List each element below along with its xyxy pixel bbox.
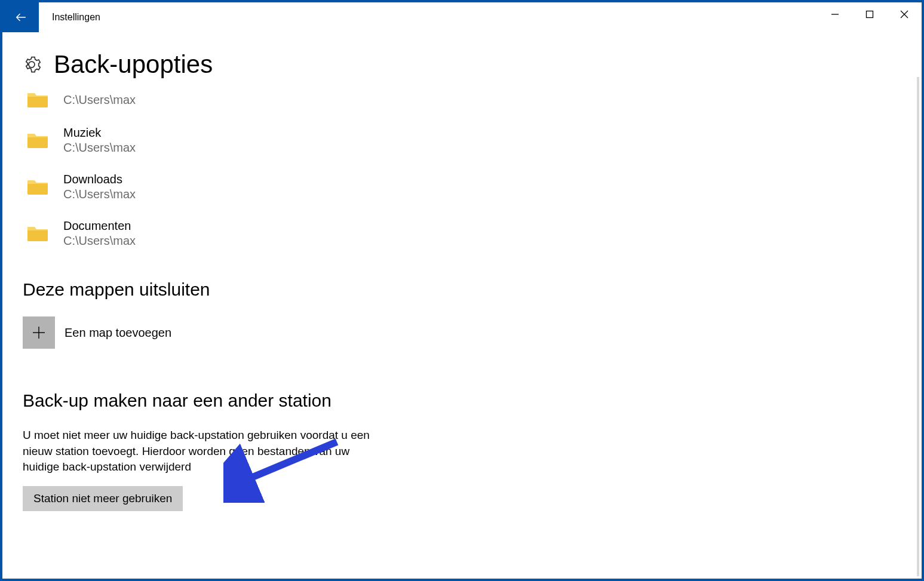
folder-item[interactable]: Muziek C:\Users\max xyxy=(26,117,901,164)
titlebar: Instellingen xyxy=(2,2,922,32)
folder-name: Documenten xyxy=(63,219,136,233)
folder-text: Downloads C:\Users\max xyxy=(63,172,136,202)
folder-item[interactable]: Documenten C:\Users\max xyxy=(26,210,901,257)
folder-icon xyxy=(26,225,49,242)
page-header: Back-upopties xyxy=(23,50,901,79)
folder-text: Documenten C:\Users\max xyxy=(63,219,136,248)
folder-icon xyxy=(26,131,49,149)
other-drive-heading: Back-up maken naar een ander station xyxy=(23,391,901,411)
add-folder-button[interactable]: Een map toevoegen xyxy=(23,316,901,349)
plus-icon-box xyxy=(23,316,55,349)
gear-icon xyxy=(23,56,41,73)
exclude-heading: Deze mappen uitsluiten xyxy=(23,279,901,300)
folder-icon xyxy=(26,91,49,109)
back-button[interactable] xyxy=(2,2,39,32)
folder-item[interactable]: Downloads C:\Users\max xyxy=(26,164,901,210)
stop-using-drive-button[interactable]: Station niet meer gebruiken xyxy=(23,486,183,511)
window-controls xyxy=(818,2,922,26)
content-area: Back-upopties C:\Users\max Muziek C:\Use… xyxy=(2,32,922,579)
other-drive-description: U moet niet meer uw huidige back-upstati… xyxy=(23,428,381,475)
folder-path: C:\Users\max xyxy=(63,233,136,248)
back-arrow-icon xyxy=(14,11,27,24)
folder-path: C:\Users\max xyxy=(63,92,136,107)
page-title: Back-upopties xyxy=(54,50,213,79)
folder-text: C:\Users\max xyxy=(63,92,136,107)
svg-rect-1 xyxy=(867,11,873,18)
add-folder-label: Een map toevoegen xyxy=(65,326,171,340)
plus-icon xyxy=(32,326,45,339)
scrollbar[interactable] xyxy=(917,77,919,576)
folder-name: Muziek xyxy=(63,125,136,140)
folder-list: C:\Users\max Muziek C:\Users\max Downloa… xyxy=(26,82,901,257)
minimize-icon xyxy=(831,10,839,19)
folder-path: C:\Users\max xyxy=(63,140,136,155)
minimize-button[interactable] xyxy=(818,2,852,26)
folder-item[interactable]: C:\Users\max xyxy=(26,82,901,117)
folder-name: Downloads xyxy=(63,172,136,186)
maximize-icon xyxy=(865,10,874,19)
close-icon xyxy=(900,10,908,19)
folder-path: C:\Users\max xyxy=(63,186,136,202)
close-button[interactable] xyxy=(887,2,922,26)
maximize-button[interactable] xyxy=(852,2,887,26)
window-title: Instellingen xyxy=(52,12,100,23)
folder-text: Muziek C:\Users\max xyxy=(63,125,136,155)
folder-icon xyxy=(26,178,49,196)
